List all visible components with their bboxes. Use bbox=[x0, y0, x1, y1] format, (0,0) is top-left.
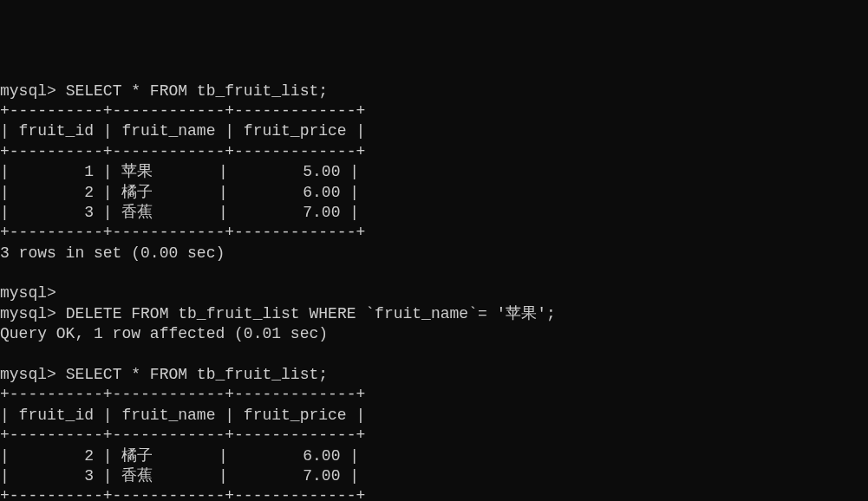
table-border: +----------+------------+-------------+ bbox=[0, 386, 365, 403]
table-header: | fruit_id | fruit_name | fruit_price | bbox=[0, 407, 365, 424]
prompt: mysql> bbox=[0, 305, 56, 322]
terminal-output: mysql> SELECT * FROM tb_fruit_list; +---… bbox=[0, 81, 868, 501]
sql-query: DELETE FROM tb_fruit_list WHERE `fruit_n… bbox=[66, 305, 556, 322]
prompt: mysql> bbox=[0, 366, 56, 383]
query-result: Query OK, 1 row affected (0.01 sec) bbox=[0, 325, 328, 342]
table-border: +----------+------------+-------------+ bbox=[0, 224, 365, 241]
table-header: | fruit_id | fruit_name | fruit_price | bbox=[0, 122, 365, 140]
query-result: 3 rows in set (0.00 sec) bbox=[0, 244, 225, 262]
prompt: mysql> bbox=[0, 82, 56, 100]
table-border: +----------+------------+-------------+ bbox=[0, 143, 365, 160]
table-row: | 2 | 橘子 | 6.00 | bbox=[0, 447, 359, 465]
sql-query: SELECT * FROM tb_fruit_list; bbox=[66, 366, 328, 383]
table-row: | 1 | 苹果 | 5.00 | bbox=[0, 163, 359, 180]
table-border: +----------+------------+-------------+ bbox=[0, 487, 365, 501]
table-border: +----------+------------+-------------+ bbox=[0, 426, 365, 444]
prompt: mysql> bbox=[0, 284, 56, 302]
table-border: +----------+------------+-------------+ bbox=[0, 102, 365, 120]
table-row: | 3 | 香蕉 | 7.00 | bbox=[0, 467, 359, 485]
table-row: | 2 | 橘子 | 6.00 | bbox=[0, 184, 359, 201]
sql-query: SELECT * FROM tb_fruit_list; bbox=[66, 82, 328, 100]
table-row: | 3 | 香蕉 | 7.00 | bbox=[0, 204, 359, 221]
